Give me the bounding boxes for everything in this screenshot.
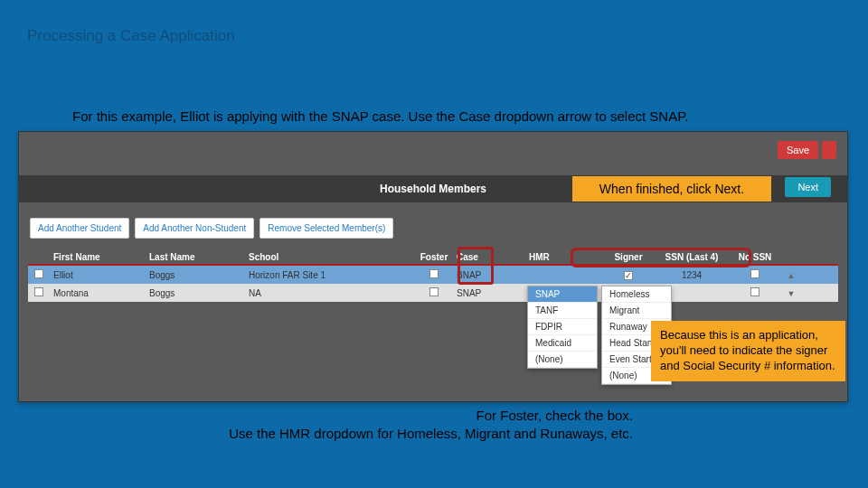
cell-first-name: Elliot (50, 270, 149, 280)
case-option[interactable]: FDPIR (528, 319, 597, 335)
save-button[interactable]: Save (778, 141, 818, 159)
hmr-option[interactable]: Migrant (602, 303, 671, 319)
add-nonstudent-button[interactable]: Add Another Non-Student (135, 218, 254, 239)
table-row[interactable]: Elliot Boggs Horizon FAR Site 1 BNAP 123… (28, 266, 838, 284)
cell-first-name: Montana (50, 288, 149, 298)
no-ssn-checkbox[interactable] (750, 269, 760, 278)
case-option[interactable]: (None) (528, 352, 597, 368)
cell-school: Horizon FAR Site 1 (249, 270, 411, 280)
hmr-option[interactable]: Homeless (602, 286, 671, 303)
intro-text: For this example, Elliot is applying wit… (72, 108, 832, 124)
table-row[interactable]: Montana Boggs NA SNAP ▼ (28, 284, 838, 302)
col-last-name: Last Name (149, 252, 249, 262)
case-option[interactable]: Medicaid (528, 335, 597, 352)
remove-member-button[interactable]: Remove Selected Member(s) (259, 218, 393, 239)
scroll-down-icon[interactable]: ▼ (788, 289, 796, 298)
highlight-foster (458, 247, 494, 285)
highlight-hmr-signer (571, 248, 751, 267)
callout-next: When finished, click Next. (572, 176, 771, 202)
case-dropdown-menu[interactable]: SNAP TANF FDPIR Medicaid (None) (527, 286, 598, 369)
foster-checkbox[interactable] (429, 269, 439, 278)
cell-last-name: Boggs (149, 270, 249, 280)
case-option[interactable]: SNAP (528, 286, 597, 303)
no-ssn-checkbox[interactable] (750, 287, 760, 296)
slide-title: Processing a Case Application (27, 27, 235, 45)
row-select-checkbox[interactable] (34, 269, 43, 278)
cell-school: NA (249, 288, 411, 298)
callout-foster-hmr: For Foster, check the box.Use the HMR dr… (163, 407, 633, 444)
case-dropdown[interactable]: SNAP (457, 288, 529, 298)
col-first-name: First Name (50, 252, 149, 262)
add-student-button[interactable]: Add Another Student (30, 218, 129, 239)
next-button[interactable]: Next (785, 177, 831, 197)
save-dropdown-button[interactable] (822, 141, 836, 159)
case-option[interactable]: TANF (528, 303, 597, 319)
cell-last-name: Boggs (149, 288, 249, 298)
foster-checkbox[interactable] (429, 287, 439, 296)
col-school: School (249, 252, 411, 262)
row-select-checkbox[interactable] (34, 287, 43, 296)
cell-ssn[interactable]: 1234 (656, 270, 728, 280)
col-foster: Foster (411, 252, 457, 262)
signer-checkbox[interactable] (624, 271, 633, 280)
section-title: Household Members (380, 183, 486, 195)
scroll-up-icon[interactable]: ▲ (788, 271, 796, 280)
callout-signer: Because this is an application, you'll n… (651, 321, 845, 381)
